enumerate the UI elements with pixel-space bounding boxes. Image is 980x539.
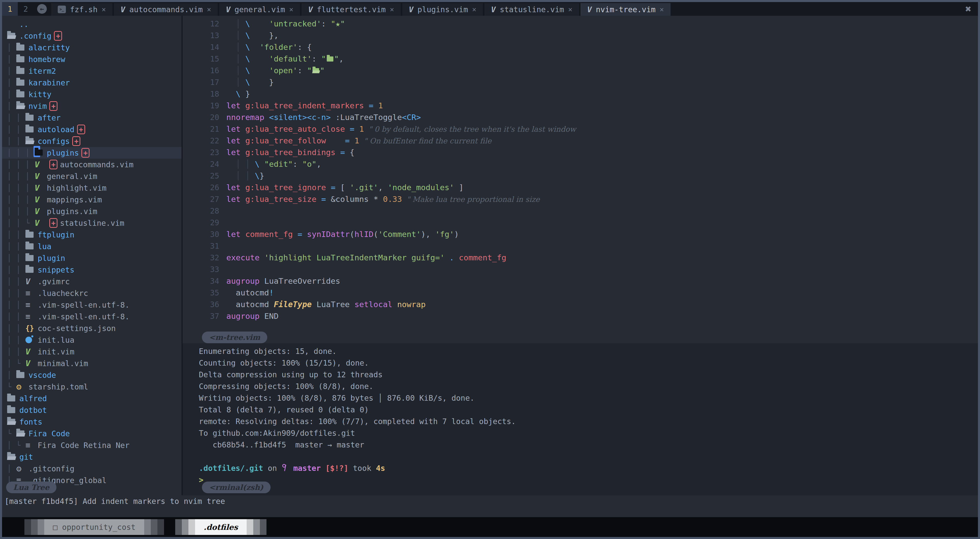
close-tab-icon[interactable]: ×: [289, 5, 293, 14]
code-line[interactable]: 22let g:lua_tree_follow = 1 " On bufEnte…: [183, 135, 978, 146]
code-line[interactable]: 18 \ }: [183, 88, 978, 100]
text-segment: [240, 171, 245, 180]
tree-item-autoload[interactable]: ││autoload+: [2, 124, 181, 135]
code-line[interactable]: 13 │ \ },: [183, 30, 978, 41]
editor-pane[interactable]: 12 │ \ 'untracked': "★"13 │ \ },14 │ \ '…: [183, 16, 978, 343]
tree-item-kitty[interactable]: │kitty: [2, 89, 181, 100]
tree-item-autocommands.vim[interactable]: │││V+autocommands.vim: [2, 159, 181, 170]
tree-item-general.vim[interactable]: │││Vgeneral.vim: [2, 170, 181, 182]
tmux-session-opportunity_cost[interactable]: □ opportunity_cost: [24, 519, 164, 535]
tree-item-init.lua[interactable]: ││init.lua: [2, 334, 181, 346]
folder-icon: [16, 372, 24, 378]
tree-item-alacritty[interactable]: │alacritty: [2, 42, 181, 53]
tree-item-..[interactable]: ..: [2, 18, 181, 30]
vim-icon: V: [409, 5, 414, 14]
tree-item-dotbot[interactable]: dotbot: [2, 404, 181, 416]
code-line[interactable]: 26let g:lua_tree_ignore = [ '.git', 'nod…: [183, 181, 978, 193]
text-segment: 1: [355, 136, 359, 145]
code-line[interactable]: 36 autocmd FileType LuaTree setlocal now…: [183, 299, 978, 310]
tree-item-.luacheckrc[interactable]: ││≡.luacheckrc: [2, 287, 181, 299]
code-line[interactable]: 15 │ \ 'default': "",: [183, 53, 978, 65]
tree-item-plugins.vim[interactable]: │││Vplugins.vim: [2, 205, 181, 217]
nvim-terminal-window: 1 2 ← >_fzf.sh×Vautocommands.vim×Vgenera…: [0, 0, 980, 539]
code-line[interactable]: 31: [183, 240, 978, 252]
code-line[interactable]: 27let g:lua_tree_size = &columns * 0.33 …: [183, 193, 978, 205]
code-line[interactable]: 17 │ \ }: [183, 76, 978, 88]
tree-item-vscode[interactable]: │vscode: [2, 369, 181, 381]
tree-guide: └: [16, 359, 25, 368]
tree-guide: │: [7, 137, 16, 145]
tab-statusline.vim[interactable]: Vstatusline.vim×: [484, 3, 579, 16]
tree-item-configs[interactable]: ││configs+: [2, 135, 181, 147]
tree-item-Fira Code[interactable]: └Fira Code: [2, 428, 181, 439]
tree-guide: │: [25, 207, 35, 216]
tree-item-init.vim[interactable]: ││Vinit.vim: [2, 346, 181, 358]
close-tab-icon[interactable]: ×: [660, 5, 664, 14]
tree-item-iterm2[interactable]: │iterm2: [2, 65, 181, 77]
tree-item-minimal.vim[interactable]: │└Vminimal.vim: [2, 358, 181, 369]
tree-item-coc-settings.json[interactable]: ││{}coc-settings.json: [2, 323, 181, 334]
close-tab-icon[interactable]: ×: [568, 5, 573, 14]
code-line[interactable]: 29: [183, 216, 978, 228]
tab-plugins.vim[interactable]: Vplugins.vim×: [402, 3, 483, 16]
close-all-icon[interactable]: ✖: [965, 3, 978, 15]
code-line[interactable]: 21let g:lua_tree_auto_close = 1 " 0 by d…: [183, 123, 978, 135]
tab-fzf.sh[interactable]: >_fzf.sh×: [51, 3, 112, 16]
tree-item-snippets[interactable]: ││snippets: [2, 264, 181, 276]
tree-item-alfred[interactable]: alfred: [2, 393, 181, 404]
code-line[interactable]: 24 │ │ \ "edit": "o",: [183, 158, 978, 170]
tree-item-statusline.vim[interactable]: ││└V+statusline.vim: [2, 217, 181, 229]
tree-item-.config[interactable]: .config+: [2, 30, 181, 42]
close-tab-icon[interactable]: ×: [472, 5, 476, 14]
tab-general.vim[interactable]: Vgeneral.vim×: [219, 3, 300, 16]
tmux-session-dotfiles[interactable]: .dotfiles: [175, 519, 266, 535]
close-tab-icon[interactable]: ×: [390, 5, 394, 14]
tree-item-starship.toml[interactable]: └⚙starship.toml: [2, 381, 181, 393]
tree-item-homebrew[interactable]: │homebrew: [2, 53, 181, 65]
tree-item-.vim-spell-en.utf-8.[interactable]: ││≡.vim-spell-en.utf-8.: [2, 311, 181, 323]
close-tab-icon[interactable]: ×: [102, 5, 106, 14]
code-line[interactable]: 34augroup LuaTreeOverrides: [183, 275, 978, 287]
tree-item-plugin[interactable]: ││plugin: [2, 252, 181, 264]
tab-nvim-tree.vim[interactable]: Vnvim-tree.vim×: [581, 3, 671, 16]
tree-item-highlight.vim[interactable]: │││Vhighlight.vim: [2, 182, 181, 194]
close-tab-icon[interactable]: ×: [207, 5, 211, 14]
tree-item-mappings.vim[interactable]: │││Vmappings.vim: [2, 194, 181, 205]
tree-item-Fira Code Retina Ner[interactable]: │└≡Fira Code Retina Ner: [2, 439, 181, 451]
code-line[interactable]: 32execute 'highlight LuaTreeIndentMarker…: [183, 252, 978, 263]
code-line[interactable]: 25 │ │ \}: [183, 170, 978, 181]
code-line[interactable]: 19let g:lua_tree_indent_markers = 1: [183, 100, 978, 111]
code-line[interactable]: 37augroup END: [183, 310, 978, 322]
tab-fluttertest.vim[interactable]: Vfluttertest.vim×: [302, 3, 401, 16]
tree-item-git[interactable]: git: [2, 451, 181, 463]
editor-statusline-pill: <m-tree.vim: [202, 332, 267, 343]
tree-item-.gitconfig[interactable]: │⚙.gitconfig: [2, 463, 181, 474]
tree-item-nvim[interactable]: │nvim+: [2, 100, 181, 112]
tree-item-fonts[interactable]: fonts: [2, 416, 181, 428]
tree-item-karabiner[interactable]: │karabiner: [2, 77, 181, 89]
text-segment: g:lua_tree_indent_markers: [245, 101, 364, 110]
tree-item-.vim-spell-en.utf-8.[interactable]: ││≡.vim-spell-en.utf-8.: [2, 299, 181, 311]
code-line[interactable]: 23let g:lua_tree_bindings = {: [183, 146, 978, 158]
code-line[interactable]: 33: [183, 263, 978, 275]
code-text: let g:lua_tree_follow = 1 " On bufEnter …: [226, 136, 492, 145]
code-line[interactable]: 30let comment_fg = synIDattr(hlID('Comme…: [183, 228, 978, 240]
tab-autocommands.vim[interactable]: Vautocommands.vim×: [114, 3, 218, 16]
code-line[interactable]: 12 │ \ 'untracked': "★": [183, 18, 978, 30]
code-line[interactable]: 16 │ \ 'open': "": [183, 65, 978, 76]
history-back-icon[interactable]: ←: [37, 4, 47, 14]
folder-open-icon: [16, 103, 24, 109]
code-line[interactable]: 14 │ \ 'folder': {: [183, 41, 978, 53]
terminal-pane[interactable]: Enumerating objects: 15, done. Counting …: [183, 343, 978, 495]
tabpage-number-1[interactable]: 1: [2, 2, 18, 16]
terminal-statusline-pill: <rminal(zsh): [202, 482, 270, 493]
code-line[interactable]: 20nnoremap <silent><c-n> :LuaTreeToggle<…: [183, 111, 978, 123]
tree-item-after[interactable]: ││after: [2, 112, 181, 124]
code-line[interactable]: 28: [183, 205, 978, 216]
code-line[interactable]: 35 autocmd!: [183, 287, 978, 299]
tabpage-number-2[interactable]: 2: [18, 2, 33, 16]
tree-item-plugins[interactable]: │││plugins+: [2, 147, 181, 159]
tree-item-.gvimrc[interactable]: ││V.gvimrc: [2, 276, 181, 287]
tree-item-ftplugin[interactable]: ││ftplugin: [2, 229, 181, 240]
tree-item-lua[interactable]: ││lua: [2, 240, 181, 252]
